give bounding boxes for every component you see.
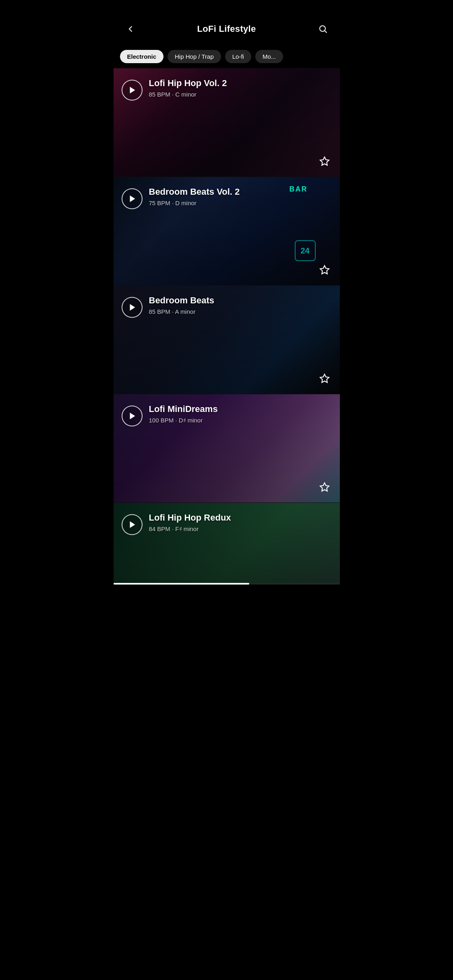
track-list: Lofi Hip Hop Vol. 2 85 BPM · C minor BAR…	[114, 68, 340, 583]
card-content: Lofi MiniDreams 100 BPM · D♯ minor	[114, 394, 340, 502]
track-title: Lofi Hip Hop Redux	[149, 513, 332, 523]
play-button[interactable]	[122, 80, 143, 101]
track-info: Bedroom Beats Vol. 2 75 BPM · D minor	[149, 187, 332, 206]
track-title: Bedroom Beats Vol. 2	[149, 187, 332, 197]
card-content: Bedroom Beats Vol. 2 75 BPM · D minor	[114, 177, 340, 285]
favorite-button[interactable]	[317, 263, 332, 277]
track-card[interactable]: Lofi Hip Hop Redux 84 BPM · F♯ minor	[114, 502, 340, 583]
track-meta: 84 BPM · F♯ minor	[149, 525, 332, 533]
back-button[interactable]	[122, 20, 139, 38]
track-meta: 100 BPM · D♯ minor	[149, 417, 332, 424]
play-button[interactable]	[122, 188, 143, 209]
track-card[interactable]: Lofi Hip Hop Vol. 2 85 BPM · C minor	[114, 68, 340, 177]
svg-marker-7	[320, 374, 329, 383]
filter-tabs: Electronic Hip Hop / Trap Lo-fi Mo...	[114, 46, 340, 68]
page-title: LoFi Lifestyle	[197, 24, 256, 34]
svg-marker-10	[130, 521, 135, 528]
track-info: Lofi MiniDreams 100 BPM · D♯ minor	[149, 404, 332, 424]
svg-marker-8	[130, 413, 135, 420]
svg-marker-2	[130, 87, 135, 94]
track-info: Bedroom Beats 85 BPM · A minor	[149, 295, 332, 315]
svg-marker-6	[130, 304, 135, 311]
track-card[interactable]: Bedroom Beats 85 BPM · A minor	[114, 285, 340, 394]
tab-lofi[interactable]: Lo-fi	[225, 50, 251, 63]
play-button[interactable]	[122, 297, 143, 318]
track-info: Lofi Hip Hop Vol. 2 85 BPM · C minor	[149, 78, 332, 98]
play-button[interactable]	[122, 406, 143, 426]
svg-marker-3	[320, 157, 329, 165]
track-info: Lofi Hip Hop Redux 84 BPM · F♯ minor	[149, 513, 332, 533]
svg-marker-9	[320, 483, 329, 491]
track-title: Lofi Hip Hop Vol. 2	[149, 78, 332, 89]
svg-line-1	[325, 31, 326, 33]
search-button[interactable]	[314, 20, 332, 38]
track-card[interactable]: BAR Bedroom Beats Vol. 2 75 BPM · D mino…	[114, 177, 340, 285]
favorite-button[interactable]	[317, 480, 332, 494]
tab-more[interactable]: Mo...	[255, 50, 283, 63]
card-content: Lofi Hip Hop Vol. 2 85 BPM · C minor	[114, 68, 340, 177]
scroll-thumb	[114, 583, 249, 585]
num-badge: 24	[295, 240, 316, 261]
tab-electronic[interactable]: Electronic	[120, 50, 164, 63]
tab-hiphop[interactable]: Hip Hop / Trap	[168, 50, 221, 63]
card-content: Bedroom Beats 85 BPM · A minor	[114, 286, 340, 394]
card-content: Lofi Hip Hop Redux 84 BPM · F♯ minor	[114, 503, 340, 583]
track-card[interactable]: Lofi MiniDreams 100 BPM · D♯ minor	[114, 394, 340, 502]
svg-marker-5	[320, 266, 329, 274]
play-button[interactable]	[122, 514, 143, 535]
svg-marker-4	[130, 196, 135, 202]
favorite-button[interactable]	[317, 154, 332, 169]
svg-point-0	[320, 26, 325, 31]
track-meta: 85 BPM · C minor	[149, 91, 332, 98]
track-title: Bedroom Beats	[149, 295, 332, 306]
track-meta: 85 BPM · A minor	[149, 308, 332, 315]
track-title: Lofi MiniDreams	[149, 404, 332, 414]
scroll-track	[114, 583, 340, 585]
track-meta: 75 BPM · D minor	[149, 200, 332, 206]
header: LoFi Lifestyle	[114, 0, 340, 46]
favorite-button[interactable]	[317, 371, 332, 386]
